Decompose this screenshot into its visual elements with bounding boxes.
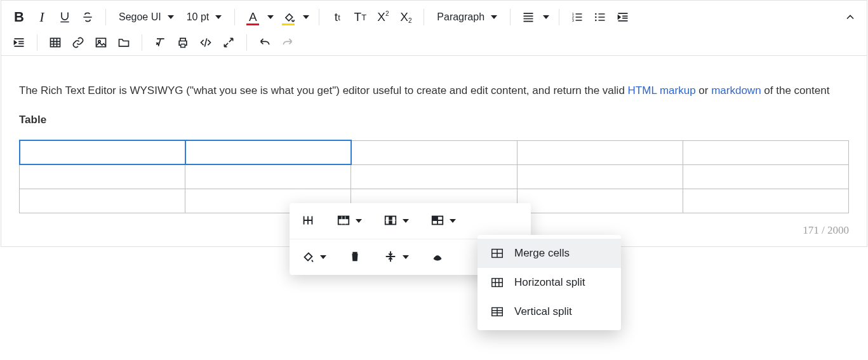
image-button[interactable]	[90, 31, 112, 54]
table-cell[interactable]	[683, 164, 848, 189]
table-cell[interactable]	[185, 164, 351, 189]
align-dropdown[interactable]	[540, 6, 552, 29]
svg-point-3	[595, 13, 597, 15]
align-button[interactable]	[517, 6, 540, 29]
svg-rect-6	[51, 38, 60, 46]
table-columns-button[interactable]	[384, 210, 409, 232]
rich-text-editor: B I Segoe UI 10 pt A	[1, 0, 867, 247]
table-rows-button[interactable]	[337, 210, 362, 232]
table-cell-button[interactable]	[431, 210, 456, 232]
sample-table[interactable]	[19, 140, 849, 213]
underline-button[interactable]	[53, 6, 76, 29]
table-cell[interactable]	[351, 164, 517, 189]
caret-down-icon	[450, 210, 456, 232]
undo-button[interactable]	[253, 31, 276, 54]
table-rows-icon	[337, 213, 351, 229]
cell-menu-popup: Merge cells Horizontal split Vertical sp…	[477, 235, 621, 247]
uppercase-button[interactable]: TT	[349, 6, 371, 29]
italic-button[interactable]: I	[30, 6, 53, 29]
svg-rect-10	[338, 216, 349, 219]
caret-down-icon	[491, 11, 497, 23]
outdent-button[interactable]	[611, 6, 634, 29]
font-family-label: Segoe UI	[119, 11, 161, 23]
caret-down-icon	[320, 246, 326, 247]
table-columns-icon	[384, 213, 397, 229]
paragraph-format-dropdown[interactable]: Paragraph	[431, 6, 504, 29]
bullet-list-button[interactable]	[589, 6, 611, 29]
caret-down-icon	[403, 210, 409, 232]
highlight-color-dropdown[interactable]	[300, 6, 312, 29]
svg-rect-14	[432, 216, 437, 220]
table-button[interactable]	[44, 31, 67, 54]
highlight-color-button[interactable]	[277, 6, 300, 29]
character-counter: 171 / 2000	[803, 222, 849, 240]
toolbar: B I Segoe UI 10 pt A	[1, 1, 867, 56]
caret-down-icon	[356, 210, 362, 232]
table-cell-icon	[431, 213, 444, 229]
redo-button[interactable]	[276, 31, 299, 54]
svg-rect-7	[97, 38, 106, 46]
highlight-color-swatch	[282, 23, 295, 25]
paragraph-format-label: Paragraph	[437, 11, 484, 23]
markdown-link[interactable]: markdown	[711, 84, 761, 97]
table-cell[interactable]	[517, 140, 683, 164]
table-header-icon	[301, 213, 315, 229]
indent-button[interactable]	[8, 31, 30, 54]
table-cell[interactable]	[517, 164, 683, 189]
print-button[interactable]	[171, 31, 194, 54]
table-cell[interactable]	[20, 189, 185, 213]
collapse-toolbar-button[interactable]	[839, 6, 862, 29]
subscript-button[interactable]: X2	[394, 6, 417, 29]
strikethrough-button[interactable]	[76, 6, 99, 29]
lowercase-button[interactable]: tt	[326, 6, 349, 29]
bold-button[interactable]: B	[8, 6, 30, 29]
table-header-button[interactable]	[301, 213, 315, 229]
table-cell[interactable]	[517, 189, 683, 213]
table-background-button[interactable]	[301, 246, 326, 247]
table-cell[interactable]	[185, 140, 351, 164]
svg-text:3: 3	[572, 18, 574, 22]
code-view-button[interactable]	[194, 31, 217, 54]
intro-paragraph: The Rich Text Editor is WYSIWYG ("what y…	[19, 82, 849, 100]
file-browser-button[interactable]	[112, 31, 135, 54]
caret-down-icon	[168, 11, 174, 23]
font-family-dropdown[interactable]: Segoe UI	[112, 6, 180, 29]
font-color-dropdown[interactable]	[264, 6, 277, 29]
link-button[interactable]	[67, 31, 90, 54]
fullscreen-button[interactable]	[217, 31, 240, 54]
svg-point-4	[595, 17, 597, 18]
table-cell[interactable]	[20, 164, 185, 189]
html-markup-link[interactable]: HTML markup	[628, 84, 696, 97]
font-size-label: 10 pt	[187, 11, 210, 23]
table-cell[interactable]	[683, 189, 848, 213]
table-cell[interactable]	[20, 140, 185, 164]
clear-format-button[interactable]	[149, 31, 171, 54]
superscript-button[interactable]: X2	[371, 6, 394, 29]
numbered-list-button[interactable]: 123	[566, 6, 589, 29]
paint-bucket-icon	[282, 11, 295, 23]
table-cell[interactable]	[683, 140, 848, 164]
font-color-button[interactable]: A	[241, 6, 264, 29]
merge-cells-icon	[490, 246, 504, 247]
caret-down-icon	[403, 246, 409, 247]
table-heading: Table	[19, 114, 46, 126]
svg-point-5	[595, 20, 597, 22]
font-size-dropdown[interactable]: 10 pt	[180, 6, 229, 29]
table-cell[interactable]	[351, 140, 517, 164]
merge-cells-item[interactable]: Merge cells	[477, 239, 621, 247]
caret-down-icon	[215, 11, 222, 23]
table-valign-button[interactable]	[384, 246, 409, 247]
font-color-swatch	[246, 23, 259, 25]
